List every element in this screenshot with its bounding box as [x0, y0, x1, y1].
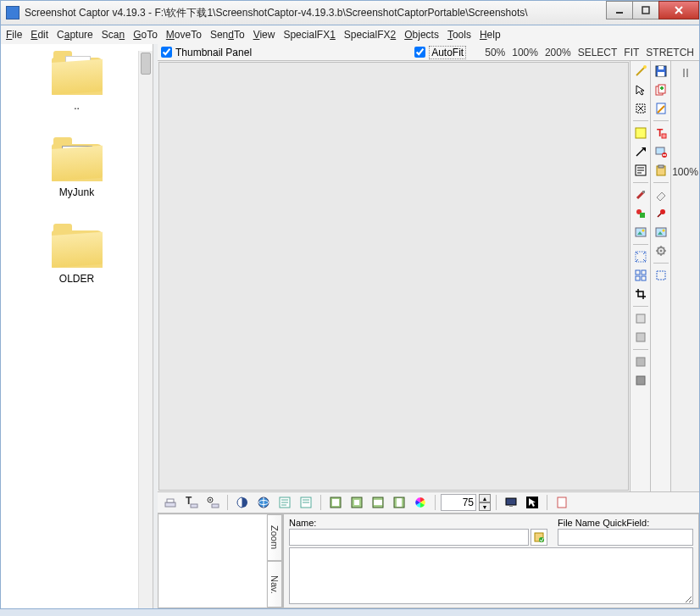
name-input[interactable] — [289, 529, 529, 546]
scroll-thumb[interactable] — [141, 53, 151, 75]
svg-rect-60 — [167, 499, 174, 502]
menu-goto[interactable]: GoTo — [133, 29, 158, 41]
tab-nav[interactable]: Nav. — [267, 561, 282, 608]
svg-line-4 — [636, 67, 645, 75]
zoom-200[interactable]: 200% — [545, 47, 571, 58]
folder-icon — [50, 137, 104, 181]
zoom-fit[interactable]: FIT — [624, 47, 639, 58]
thumbnail-panel-checkbox[interactable] — [161, 47, 172, 58]
bottom-toolbar: T ▲▼ — [158, 491, 699, 513]
text-scan-icon[interactable]: T — [182, 493, 201, 512]
spin-down[interactable]: ▼ — [479, 502, 491, 511]
autofit-checkbox[interactable] — [414, 47, 425, 58]
image2-icon[interactable] — [653, 224, 669, 241]
menu-edit[interactable]: Edit — [31, 29, 48, 41]
color-yellow-icon[interactable] — [632, 125, 649, 142]
save-icon[interactable] — [653, 63, 669, 80]
layer4-icon[interactable] — [632, 372, 649, 389]
cursor-bw-icon[interactable] — [523, 493, 542, 512]
maximize-button[interactable] — [632, 1, 659, 19]
menu-capture[interactable]: Capture — [57, 29, 93, 41]
menu-sendto[interactable]: SendTo — [210, 29, 245, 41]
menu-view[interactable]: View — [253, 29, 275, 41]
svg-rect-47 — [658, 165, 664, 168]
menu-sfx1[interactable]: SpecialFX1 — [283, 29, 335, 41]
name-label: Name: — [289, 518, 547, 528]
canvas[interactable] — [158, 62, 629, 491]
clipboard-icon[interactable] — [653, 162, 669, 179]
menu-moveto[interactable]: MoveTo — [166, 29, 202, 41]
opacity-input[interactable] — [441, 494, 476, 511]
frame4-icon[interactable] — [390, 493, 408, 512]
menu-bar: File Edit Capture Scan GoTo MoveTo SendT… — [0, 25, 700, 44]
pointer-icon[interactable] — [632, 81, 649, 98]
notes-textarea[interactable] — [289, 547, 693, 604]
color-wheel-icon[interactable] — [411, 493, 430, 512]
title-bar: Screenshot Captor v4.19.3 - F:\软件下载1\Scr… — [0, 0, 700, 25]
spin-up[interactable]: ▲ — [479, 494, 491, 502]
menu-tools[interactable]: Tools — [447, 29, 471, 41]
layer2-icon[interactable] — [632, 329, 649, 346]
tab-zoom[interactable]: Zoom — [267, 514, 282, 561]
zoom-50[interactable]: 50% — [485, 47, 505, 58]
menu-file[interactable]: File — [6, 29, 22, 41]
crop-icon[interactable] — [632, 286, 649, 302]
svg-point-5 — [643, 65, 647, 69]
text-box-icon[interactable] — [632, 162, 649, 179]
target-scan-icon[interactable] — [203, 493, 222, 512]
doc-lines2-icon[interactable] — [297, 493, 315, 512]
svg-rect-81 — [374, 500, 382, 505]
edit-doc-icon[interactable] — [653, 100, 669, 117]
folder-item-up[interactable]: .. — [1, 51, 153, 112]
zoom-stretch[interactable]: STRETCH — [646, 47, 694, 58]
window-buttons — [607, 1, 699, 25]
zoom-100[interactable]: 100% — [512, 47, 538, 58]
close-button[interactable] — [658, 1, 699, 19]
frame2-icon[interactable] — [347, 493, 366, 512]
folder-item-older[interactable]: OLDER — [1, 224, 153, 285]
copy-plus-icon[interactable] — [653, 81, 669, 98]
opacity-spinner[interactable]: ▲▼ — [479, 494, 491, 511]
arrow-tool-icon[interactable] — [632, 143, 649, 160]
dashed-box-icon[interactable] — [653, 267, 669, 284]
text-red-icon[interactable]: T — [653, 125, 669, 142]
contrast-icon[interactable] — [233, 493, 252, 512]
shapes-icon[interactable] — [632, 205, 649, 222]
scanner-icon[interactable] — [161, 493, 180, 512]
zoom-nav-panel: Zoom Nav. — [158, 513, 283, 608]
zoom-nav-preview[interactable] — [159, 515, 266, 607]
select-rect-icon[interactable] — [632, 100, 649, 117]
blank-doc-icon[interactable] — [553, 493, 571, 512]
svg-rect-65 — [212, 504, 219, 508]
sidebar-scrollbar[interactable] — [138, 51, 153, 608]
zoom-select[interactable]: SELECT — [578, 47, 618, 58]
fit-screen-icon[interactable] — [632, 248, 649, 265]
svg-rect-30 — [636, 358, 645, 366]
menu-help[interactable]: Help — [480, 29, 501, 41]
layer1-icon[interactable] — [632, 310, 649, 327]
pin-icon[interactable] — [653, 205, 669, 222]
gear-icon[interactable] — [653, 242, 669, 259]
handle-icon[interactable] — [677, 64, 694, 81]
frame1-icon[interactable] — [326, 493, 345, 512]
svg-rect-20 — [636, 228, 646, 236]
brush-icon[interactable] — [632, 186, 649, 203]
image-icon[interactable] — [632, 224, 649, 241]
menu-sfx2[interactable]: SpecialFX2 — [344, 29, 396, 41]
eraser-icon[interactable] — [653, 186, 669, 203]
globe-icon[interactable] — [254, 493, 273, 512]
svg-point-64 — [209, 499, 211, 501]
frame3-icon[interactable] — [369, 493, 387, 512]
wand-icon[interactable] — [632, 63, 649, 80]
monitor-icon[interactable] — [502, 493, 520, 512]
minimize-button[interactable] — [606, 1, 633, 19]
name-rename-button[interactable] — [531, 529, 547, 546]
image-delete-icon[interactable] — [653, 143, 669, 160]
layer3-icon[interactable] — [632, 353, 649, 370]
quickfield-input[interactable] — [558, 529, 693, 546]
doc-lines-icon[interactable] — [275, 493, 294, 512]
menu-scan[interactable]: Scan — [102, 29, 125, 41]
grid-icon[interactable] — [632, 267, 649, 284]
menu-objects[interactable]: Objects — [404, 29, 439, 41]
folder-item-myjunk[interactable]: MyJunk — [1, 137, 153, 198]
